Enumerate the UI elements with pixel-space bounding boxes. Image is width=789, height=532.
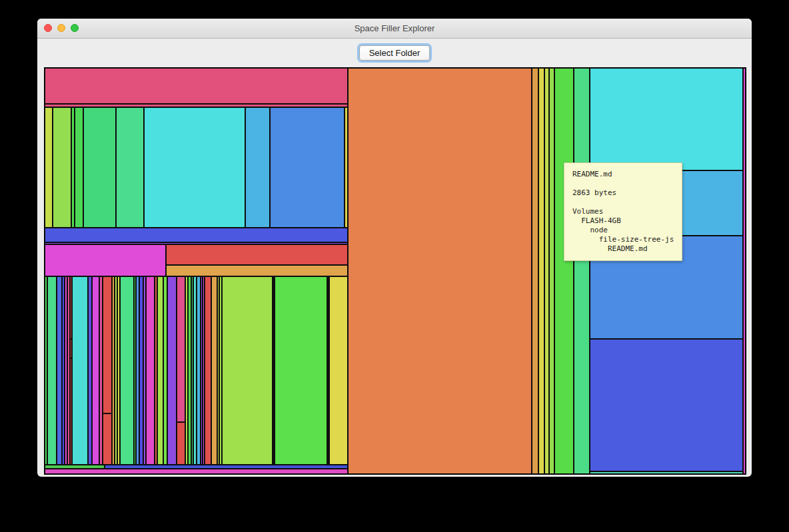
- treemap-rect-stripe-magenta-2[interactable]: [92, 276, 99, 465]
- treemap-rect-stripe-yellowgreen-4[interactable]: [185, 276, 188, 465]
- treemap-rect-big-yellowgreen[interactable]: [222, 276, 273, 465]
- tooltip-text: README.md 2863 bytes Volumes FLASH-4GB n…: [564, 163, 682, 260]
- treemap-rect-stripe-red-2[interactable]: [103, 276, 112, 465]
- treemap-rect-orange-main[interactable]: [348, 68, 532, 474]
- treemap-rect-col-springgreen[interactable]: [116, 107, 144, 228]
- treemap-rect-pink-banner[interactable]: [45, 68, 348, 104]
- desktop-background: { "window": { "title": "Space Filler Exp…: [0, 0, 789, 532]
- treemap-rect-green-bottom-strip[interactable]: [45, 465, 105, 469]
- treemap-rect-mid-col-lime[interactable]: [549, 68, 554, 474]
- treemap-rect-stripe-yellowgreen-1[interactable]: [115, 276, 117, 465]
- treemap-rect-right-magenta-edge[interactable]: [743, 68, 746, 474]
- treemap-rect-stripe-teal-1[interactable]: [193, 276, 197, 465]
- treemap-rect-col-lightblue[interactable]: [245, 107, 270, 228]
- toolbar: Select Folder: [37, 39, 752, 67]
- treemap-rect-stripe-green-4[interactable]: [191, 276, 193, 465]
- treemap-rect-mid-col-emerald[interactable]: [574, 68, 590, 474]
- treemap-rect-col-green-thin[interactable]: [71, 107, 75, 228]
- treemap-rect-stripe-orange-2[interactable]: [211, 276, 217, 465]
- treemap-rect-stripe-green-1[interactable]: [45, 276, 47, 465]
- treemap-rect-stripe-red-4[interactable]: [205, 276, 211, 465]
- treemap-rect-stripe-red-3[interactable]: [155, 276, 157, 465]
- treemap-rect-stripe-blueviolet-2[interactable]: [139, 276, 143, 465]
- treemap-rect-col-yellow-edge[interactable]: [345, 107, 348, 228]
- treemap-rect-big-green[interactable]: [275, 276, 327, 465]
- treemap-rect-stripe-lightblue-1[interactable]: [197, 276, 201, 465]
- treemap-rect-mid-col-yellowgreen[interactable]: [544, 68, 549, 474]
- treemap-rect-col-cornflower[interactable]: [270, 107, 345, 228]
- treemap-rect-red-block[interactable]: [166, 244, 348, 265]
- treemap-rect-stripe-spring-2[interactable]: [120, 276, 134, 465]
- treemap-rect-stripe-blue-1[interactable]: [62, 276, 65, 465]
- treemap-rect-right-cyan[interactable]: [590, 68, 743, 170]
- treemap-rect-stripe-magenta-4[interactable]: [203, 276, 205, 465]
- treemap-rect-stripe-blueviolet-1[interactable]: [88, 276, 92, 465]
- treemap-rect-col-yellowgreen[interactable]: [45, 107, 53, 228]
- treemap-rect-stripe-yellowgreen-3[interactable]: [157, 276, 163, 465]
- treemap-rect-navy-bottom-strip[interactable]: [105, 465, 348, 469]
- treemap-rect-right-blueviolet[interactable]: [590, 339, 743, 471]
- select-folder-button[interactable]: Select Folder: [359, 45, 430, 61]
- treemap-rect-orange-block[interactable]: [166, 265, 348, 276]
- treemap-rect-stripe-royal-1[interactable]: [57, 276, 62, 465]
- treemap-rect-mid-col-yellow[interactable]: [538, 68, 544, 474]
- treemap-rect-col-green[interactable]: [75, 107, 83, 228]
- titlebar[interactable]: Space Filler Explorer: [37, 19, 752, 39]
- treemap-divider: [103, 413, 112, 414]
- treemap-rect-stripe-pink-3-red-sub[interactable]: [177, 422, 185, 465]
- treemap-rect-col-cyan[interactable]: [144, 107, 245, 228]
- treemap-rect-purple-line[interactable]: [45, 242, 348, 244]
- file-tooltip: README.md 2863 bytes Volumes FLASH-4GB n…: [564, 162, 682, 261]
- treemap-rect-stripe-magenta-1[interactable]: [65, 276, 67, 465]
- treemap-rect-stripe-pink-3[interactable]: [177, 276, 185, 422]
- treemap-rect-stripe-violet-1[interactable]: [143, 276, 146, 465]
- treemap-rect-stripe-orange-1[interactable]: [112, 276, 115, 465]
- treemap-rect-stripe-green-2[interactable]: [134, 276, 136, 465]
- treemap-rect-stripe-pink-2[interactable]: [99, 276, 103, 465]
- treemap-rect-blue-bar[interactable]: [45, 228, 348, 242]
- treemap-rect-right-teal-strip[interactable]: [590, 471, 743, 474]
- treemap-rect-col-green-light[interactable]: [53, 107, 71, 228]
- treemap-rect-mid-col-green[interactable]: [554, 68, 574, 474]
- treemap-rect-stripe-pink-1[interactable]: [67, 276, 70, 465]
- treemap-rect-stripe-magenta-3[interactable]: [146, 276, 155, 465]
- treemap-rect-stripe-green-3[interactable]: [188, 276, 191, 465]
- treemap-rect-stripe-yellowgreen-2[interactable]: [117, 276, 120, 465]
- treemap-rect-stripe-purple-2[interactable]: [201, 276, 203, 465]
- treemap-rect-stripe-blue-2[interactable]: [136, 276, 139, 465]
- treemap-canvas[interactable]: README.md 2863 bytes Volumes FLASH-4GB n…: [44, 67, 746, 475]
- treemap-divider: [70, 358, 72, 359]
- treemap-rect-stripe-spring-1[interactable]: [47, 276, 57, 465]
- treemap-rect-magenta-bottom-strip[interactable]: [45, 469, 348, 474]
- treemap-rect-stripe-turquoise-1[interactable]: [72, 276, 88, 465]
- treemap-rect-mid-col-orange[interactable]: [532, 68, 538, 474]
- treemap-rect-pink-banner-strip[interactable]: [45, 104, 348, 107]
- treemap-rect-stripe-yellowgreen-5[interactable]: [217, 276, 219, 465]
- treemap-rect-stripe-red-1[interactable]: [70, 276, 72, 465]
- treemap-rect-big-yellow[interactable]: [329, 276, 348, 465]
- treemap-rect-stripe-purple-1[interactable]: [167, 276, 177, 465]
- treemap-divider: [70, 338, 72, 340]
- treemap-rect-stripe-yellowgreen-6[interactable]: [219, 276, 222, 465]
- window-title: Space Filler Explorer: [37, 19, 752, 38]
- treemap-rect-col-seagreen[interactable]: [83, 107, 116, 228]
- app-window: Space Filler Explorer Select Folder READ…: [37, 19, 752, 477]
- treemap-rect-stripe-lime-1[interactable]: [163, 276, 167, 465]
- treemap-rect-magenta-block[interactable]: [45, 244, 166, 276]
